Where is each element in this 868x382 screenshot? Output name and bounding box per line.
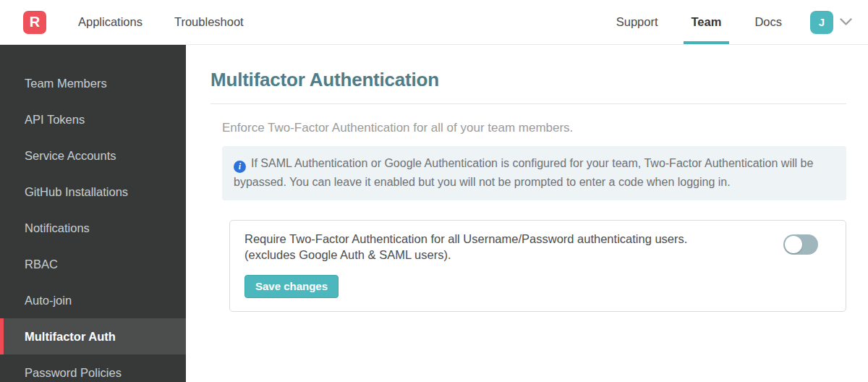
avatar[interactable]: J	[810, 11, 833, 34]
setting-row: Require Two-Factor Authentication for al…	[244, 232, 831, 263]
nav-item-applications[interactable]: Applications	[78, 0, 142, 44]
rollbar-logo[interactable]: R	[23, 11, 46, 34]
setting-label-line1: Require Two-Factor Authentication for al…	[244, 232, 687, 247]
main-content: Multifactor Authentication Enforce Two-F…	[186, 45, 868, 382]
page-description: Enforce Two-Factor Authentication for al…	[222, 121, 846, 135]
page-layout: Team Members API Tokens Service Accounts…	[0, 45, 868, 382]
sidebar-item-multifactor-auth[interactable]: Multifactor Auth	[0, 318, 186, 355]
sidebar-item-api-tokens[interactable]: API Tokens	[0, 101, 186, 137]
info-note-text: If SAML Authentication or Google Authent…	[234, 157, 813, 188]
sidebar-item-rbac[interactable]: RBAC	[0, 246, 186, 282]
nav-item-support[interactable]: Support	[600, 0, 675, 44]
sidebar-item-password-policies[interactable]: Password Policies	[0, 355, 186, 382]
primary-nav: Applications Troubleshoot	[78, 0, 276, 44]
sidebar-item-team-members[interactable]: Team Members	[0, 65, 186, 101]
nav-item-docs[interactable]: Docs	[738, 0, 799, 44]
info-icon: i	[234, 161, 246, 173]
page-title: Multifactor Authentication	[210, 69, 846, 91]
content-body: Enforce Two-Factor Authentication for al…	[222, 121, 846, 312]
setting-label: Require Two-Factor Authentication for al…	[244, 232, 687, 263]
logo-letter: R	[30, 14, 40, 30]
chevron-down-icon[interactable]	[840, 18, 852, 26]
title-divider	[210, 103, 846, 104]
two-factor-setting-card: Require Two-Factor Authentication for al…	[229, 220, 846, 312]
secondary-nav: Support Team Docs J	[600, 0, 852, 44]
setting-label-line2: (excludes Google Auth & SAML users).	[244, 247, 687, 263]
info-note: iIf SAML Authentication or Google Authen…	[222, 146, 846, 200]
sidebar-item-auto-join[interactable]: Auto-join	[0, 282, 186, 318]
sidebar-item-github-installations[interactable]: GitHub Installations	[0, 174, 186, 210]
nav-item-team[interactable]: Team	[675, 0, 739, 44]
avatar-initial: J	[819, 16, 825, 28]
toggle-knob	[785, 236, 802, 253]
sidebar-item-service-accounts[interactable]: Service Accounts	[0, 137, 186, 174]
two-factor-toggle[interactable]	[783, 234, 818, 255]
save-changes-button[interactable]: Save changes	[244, 275, 339, 298]
settings-sidebar: Team Members API Tokens Service Accounts…	[0, 45, 186, 382]
nav-item-troubleshoot[interactable]: Troubleshoot	[174, 0, 244, 44]
sidebar-item-notifications[interactable]: Notifications	[0, 210, 186, 246]
top-navbar: R Applications Troubleshoot Support Team…	[0, 0, 868, 45]
